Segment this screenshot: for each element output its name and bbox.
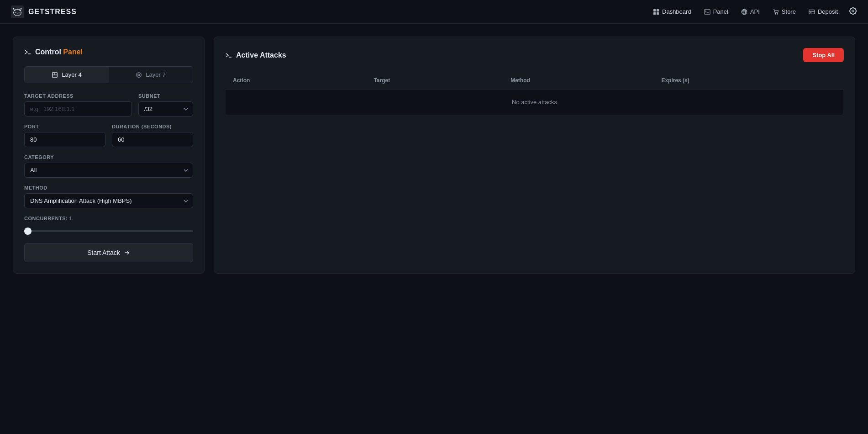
main-content: Control Panel Layer 4 Layer 7 xyxy=(0,24,868,286)
attacks-table: Action Target Method Expires (s) No acti… xyxy=(225,71,844,115)
nav-link-store[interactable]: Store xyxy=(773,8,796,15)
terminal-icon xyxy=(704,9,710,15)
logo-icon xyxy=(11,5,24,18)
brand-logo[interactable]: GETSTRESS xyxy=(11,5,77,18)
col-method: Method xyxy=(503,72,654,90)
method-select[interactable]: DNS Amplification Attack (High MBPS) UDP… xyxy=(24,193,193,208)
control-panel: Control Panel Layer 4 Layer 7 xyxy=(13,37,205,274)
svg-rect-10 xyxy=(653,12,656,14)
category-select[interactable]: All UDP TCP ICMP xyxy=(24,163,193,178)
svg-point-4 xyxy=(15,11,16,12)
control-panel-title: Control Panel xyxy=(35,48,83,56)
arrow-right-icon xyxy=(124,249,130,256)
subnet-label: SUBNET xyxy=(138,93,193,99)
nav-link-api[interactable]: API xyxy=(741,8,760,15)
tab-layer4[interactable]: Layer 4 xyxy=(25,67,109,83)
category-select-wrapper: All UDP TCP ICMP xyxy=(24,163,193,178)
method-select-wrapper: DNS Amplification Attack (High MBPS) UDP… xyxy=(24,193,193,208)
col-target: Target xyxy=(366,72,503,90)
nav-panel-label: Panel xyxy=(713,8,728,15)
svg-point-28 xyxy=(138,74,140,75)
gear-icon xyxy=(849,7,857,15)
nav-deposit-label: Deposit xyxy=(818,8,838,15)
attacks-table-head: Action Target Method Expires (s) xyxy=(226,72,844,90)
nav-dashboard-label: Dashboard xyxy=(662,8,691,15)
concurrents-group: CONCURRENTS: 1 xyxy=(24,216,193,234)
duration-input[interactable] xyxy=(112,132,193,147)
svg-rect-19 xyxy=(809,10,815,14)
dashboard-icon xyxy=(653,9,659,15)
category-group: CATEGORY All UDP TCP ICMP xyxy=(24,154,193,178)
attacks-table-body: No active attacks xyxy=(226,90,844,115)
attacks-table-header-row: Action Target Method Expires (s) xyxy=(226,72,844,90)
col-expires: Expires (s) xyxy=(654,72,843,90)
control-panel-header: Control Panel xyxy=(24,48,193,56)
tab-layer7[interactable]: Layer 7 xyxy=(109,67,193,83)
subnet-group: SUBNET /32 /24 /16 /8 xyxy=(138,93,193,116)
port-group: PORT xyxy=(24,124,105,147)
terminal-prompt-icon xyxy=(24,48,32,56)
svg-point-27 xyxy=(137,72,142,77)
concurrents-label: CONCURRENTS: 1 xyxy=(24,216,193,221)
nav-link-panel[interactable]: Panel xyxy=(704,8,728,15)
nav-api-label: API xyxy=(750,8,760,15)
svg-point-5 xyxy=(18,11,19,12)
col-action: Action xyxy=(226,72,367,90)
svg-rect-11 xyxy=(657,12,659,14)
subnet-select-wrapper: /32 /24 /16 /8 xyxy=(138,101,193,116)
method-label: METHOD xyxy=(24,185,193,191)
port-label: PORT xyxy=(24,124,105,129)
tab-layer4-label: Layer 4 xyxy=(62,71,81,78)
svg-rect-9 xyxy=(657,9,659,11)
nav-link-dashboard[interactable]: Dashboard xyxy=(653,8,691,15)
subnet-select[interactable]: /32 /24 /16 /8 xyxy=(138,101,193,116)
settings-button[interactable] xyxy=(849,7,857,17)
duration-label: DURATION (SECONDS) xyxy=(112,124,193,129)
attacks-panel-header: Active Attacks Stop All xyxy=(225,48,844,62)
port-input[interactable] xyxy=(24,132,105,147)
active-attacks-panel: Active Attacks Stop All Action Target Me… xyxy=(214,37,855,274)
method-group: METHOD DNS Amplification Attack (High MB… xyxy=(24,185,193,208)
target-subnet-row: TARGET ADDRESS SUBNET /32 /24 /16 /8 xyxy=(24,93,193,116)
concurrents-slider[interactable] xyxy=(24,230,193,232)
cart-icon xyxy=(773,9,779,15)
attacks-terminal-icon xyxy=(225,52,232,59)
svg-point-22 xyxy=(852,10,854,12)
nav-links: Dashboard Panel API xyxy=(653,8,838,15)
tab-layer7-label: Layer 7 xyxy=(146,71,165,78)
layer4-icon xyxy=(52,72,58,78)
nav-link-deposit[interactable]: Deposit xyxy=(809,8,838,15)
nav-store-label: Store xyxy=(782,8,796,15)
globe-icon xyxy=(741,9,747,15)
svg-rect-0 xyxy=(11,5,24,18)
target-address-group: TARGET ADDRESS xyxy=(24,93,132,116)
layer-tabs: Layer 4 Layer 7 xyxy=(24,66,193,83)
port-duration-row: PORT DURATION (SECONDS) xyxy=(24,124,193,147)
stop-all-button[interactable]: Stop All xyxy=(803,48,844,62)
card-icon xyxy=(809,9,815,15)
svg-rect-8 xyxy=(653,9,656,11)
attacks-title-group: Active Attacks xyxy=(225,51,286,59)
svg-point-18 xyxy=(777,13,778,14)
no-attacks-row: No active attacks xyxy=(226,90,844,115)
brand-name: GETSTRESS xyxy=(28,8,77,16)
duration-group: DURATION (SECONDS) xyxy=(112,124,193,147)
layer7-icon xyxy=(136,72,142,78)
attacks-panel-title: Active Attacks xyxy=(236,51,286,59)
category-label: CATEGORY xyxy=(24,154,193,160)
start-attack-button[interactable]: Start Attack xyxy=(24,243,193,262)
target-address-input[interactable] xyxy=(24,101,132,116)
svg-point-17 xyxy=(775,13,776,14)
target-address-label: TARGET ADDRESS xyxy=(24,93,132,99)
navbar: GETSTRESS Dashboard Panel xyxy=(0,0,868,24)
no-attacks-message: No active attacks xyxy=(226,90,844,115)
